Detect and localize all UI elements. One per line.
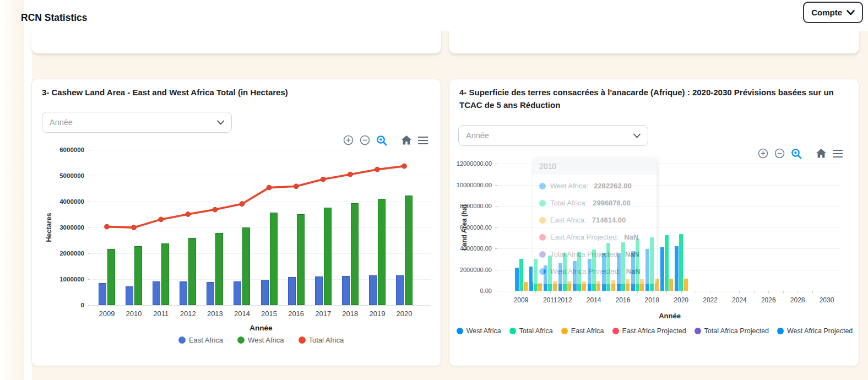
x-tick-label: 2012 (557, 296, 572, 304)
left-scroll-strip (24, 0, 32, 380)
x-tick-mark (521, 291, 522, 294)
bar-east-africa[interactable] (669, 279, 673, 291)
y-tick-label: 0 (81, 302, 91, 308)
legend-label: East Africa (571, 327, 604, 335)
bar-total-africa[interactable] (665, 235, 669, 291)
chart-toolbar-left (343, 134, 428, 146)
legend-item[interactable]: East Africa (561, 327, 604, 335)
tooltip-row: West Africa:2282262.00 (533, 177, 657, 194)
x-tick-label: 2012 (180, 310, 196, 318)
line-marker[interactable] (186, 212, 191, 217)
line-marker[interactable] (321, 177, 326, 182)
line-marker[interactable] (213, 207, 218, 212)
line-marker[interactable] (375, 167, 380, 172)
x-tick-label: 2010 (126, 310, 142, 318)
bar-west-africa[interactable] (660, 247, 664, 291)
bar-total-africa[interactable] (519, 259, 523, 291)
chart-title-right: 4- Superficie des terres consacrées à l'… (459, 86, 849, 111)
menu-icon[interactable] (417, 134, 428, 146)
tooltip-row: West Africa Projected:NaN (533, 263, 657, 280)
tooltip-series-marker (539, 217, 546, 224)
panel-cashew-land-area: 3- Cashew Land Area - East and West Afri… (31, 79, 441, 366)
top-card-right (449, 30, 859, 53)
year-select-right[interactable]: Année (458, 125, 648, 146)
line-marker[interactable] (267, 185, 272, 190)
zoom-out-icon[interactable] (774, 148, 785, 159)
panel-forecast: 4- Superficie des terres consacrées à l'… (449, 79, 859, 366)
page-title: RCN Statistics (21, 12, 88, 24)
x-tick-mark (594, 291, 594, 294)
year-select-right-placeholder: Année (466, 131, 489, 140)
line-marker[interactable] (132, 225, 137, 230)
line-marker[interactable] (240, 202, 245, 207)
account-button[interactable]: Compte (803, 2, 863, 23)
tooltip-series-label: East Africa Projected: (550, 233, 619, 241)
bar-west-africa[interactable] (675, 246, 679, 291)
legend-label: West Africa (248, 336, 284, 344)
zoom-in-icon[interactable] (757, 148, 769, 159)
legend-item[interactable]: East Africa (178, 336, 223, 344)
x-tick-mark (609, 291, 609, 294)
legend-label: East Africa (189, 336, 223, 344)
legend-item[interactable]: Total Africa (299, 336, 344, 344)
legend-label: Total Africa (309, 336, 344, 344)
x-tick-mark (798, 291, 798, 294)
y-tick-label: 6000000.00 (460, 224, 499, 231)
selection-zoom-icon[interactable] (376, 134, 387, 146)
line-marker[interactable] (159, 217, 164, 222)
x-tick-label: 2016 (288, 310, 304, 318)
legend-item[interactable]: East Africa Projected (612, 327, 686, 335)
chart-tooltip: 2010 West Africa:2282262.00Total Africa:… (532, 158, 657, 284)
tooltip-series-label: Total Africa: (550, 199, 587, 207)
legend-marker (457, 328, 463, 334)
home-icon[interactable] (400, 134, 412, 146)
zoom-out-icon[interactable] (359, 134, 371, 146)
x-tick-mark (623, 291, 623, 294)
line-marker[interactable] (105, 224, 110, 229)
bar-east-africa[interactable] (684, 279, 688, 291)
tooltip-row: East Africa:714614.00 (533, 211, 657, 229)
x-tick-label: 2020 (397, 310, 413, 318)
bar-total-africa[interactable] (679, 234, 683, 291)
tooltip-header: 2010 (533, 158, 657, 175)
bar-east-africa[interactable] (524, 282, 528, 291)
x-tick-mark (739, 291, 740, 294)
legend-item[interactable]: Total Africa Projected (695, 327, 769, 335)
x-tick-mark (812, 291, 813, 294)
select-chevron-icon (217, 120, 224, 125)
legend-item[interactable]: West Africa (237, 336, 284, 344)
bar-east-africa[interactable] (538, 283, 542, 291)
total-africa-line[interactable] (91, 150, 431, 305)
x-tick-mark (696, 291, 696, 294)
left-chart-legend: East AfricaWest AfricaTotal Africa (91, 336, 431, 344)
year-select-left[interactable]: Année (42, 112, 232, 133)
menu-icon[interactable] (832, 148, 843, 159)
tooltip-series-marker (539, 183, 546, 189)
line-marker[interactable] (294, 184, 299, 189)
x-tick-label: 2026 (761, 296, 776, 304)
selection-zoom-icon[interactable] (790, 148, 802, 159)
y-tick-label: 4000000.00 (460, 245, 499, 252)
x-tick-mark (725, 291, 725, 294)
x-tick-label: 2015 (261, 310, 277, 318)
zoom-in-icon[interactable] (343, 134, 354, 146)
x-tick-mark (754, 291, 755, 294)
right-x-axis-title: Année (659, 312, 681, 320)
x-tick-mark (768, 291, 769, 294)
legend-marker (777, 328, 784, 334)
bar-west-africa[interactable] (515, 268, 519, 291)
tooltip-series-marker (539, 200, 546, 207)
legend-item[interactable]: Total Africa (509, 327, 553, 335)
left-chart-plot[interactable]: Hectares 0100000020000003000000400000050… (91, 150, 431, 305)
line-marker[interactable] (402, 164, 407, 169)
y-tick-label: 0.00 (480, 287, 499, 294)
select-chevron-icon (633, 133, 641, 138)
legend-item[interactable]: West Africa Projected (777, 327, 853, 335)
x-tick-label: 2009 (514, 296, 529, 304)
legend-item[interactable]: West Africa (457, 327, 501, 335)
chart-toolbar-right (757, 148, 843, 159)
line-marker[interactable] (348, 172, 352, 177)
gridline (91, 305, 431, 306)
legend-marker (299, 336, 306, 344)
home-icon[interactable] (815, 148, 827, 159)
